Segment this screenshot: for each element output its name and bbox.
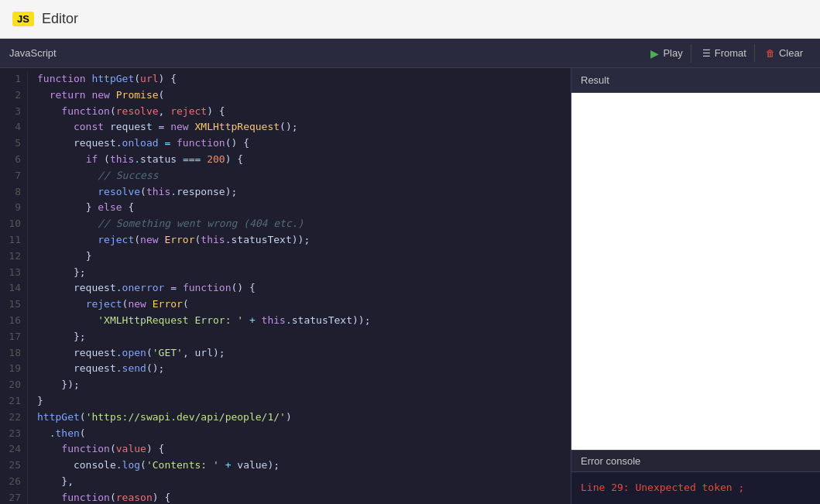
error-message: Line 29: Unexpected token ; [571, 472, 820, 504]
line-numbers: 12345 678910 1112131415 1617181920 21222… [0, 71, 28, 504]
play-label: Play [663, 47, 682, 59]
app-title: Editor [42, 11, 78, 27]
toolbar: JavaScript ▶ Play ☰ Fromat 🗑 Clear [0, 39, 820, 68]
toolbar-actions: ▶ Play ☰ Fromat 🗑 Clear [643, 44, 811, 63]
language-label: JavaScript [9, 47, 643, 59]
format-label: Fromat [715, 47, 746, 59]
play-icon: ▶ [650, 47, 659, 60]
code-area: 12345 678910 1112131415 1617181920 21222… [0, 68, 571, 504]
js-badge: JS [12, 12, 34, 26]
error-console: Error console Line 29: Unexpected token … [571, 450, 820, 504]
clear-label: Clear [779, 47, 803, 59]
right-panel: Result Error console Line 29: Unexpected… [571, 68, 820, 504]
result-header: Result [571, 68, 820, 93]
main-area: 12345 678910 1112131415 1617181920 21222… [0, 68, 820, 504]
app-header: JS Editor [0, 0, 820, 39]
clear-button[interactable]: 🗑 Clear [758, 44, 811, 62]
play-button[interactable]: ▶ Play [643, 44, 691, 63]
error-console-header: Error console [571, 451, 820, 472]
clear-icon: 🗑 [766, 48, 775, 59]
code-editor[interactable]: 12345 678910 1112131415 1617181920 21222… [0, 68, 571, 504]
format-icon: ☰ [702, 48, 711, 59]
format-button[interactable]: ☰ Fromat [695, 44, 755, 62]
code-content[interactable]: function httpGet(url) { return new Promi… [28, 71, 571, 504]
result-area [571, 93, 820, 450]
